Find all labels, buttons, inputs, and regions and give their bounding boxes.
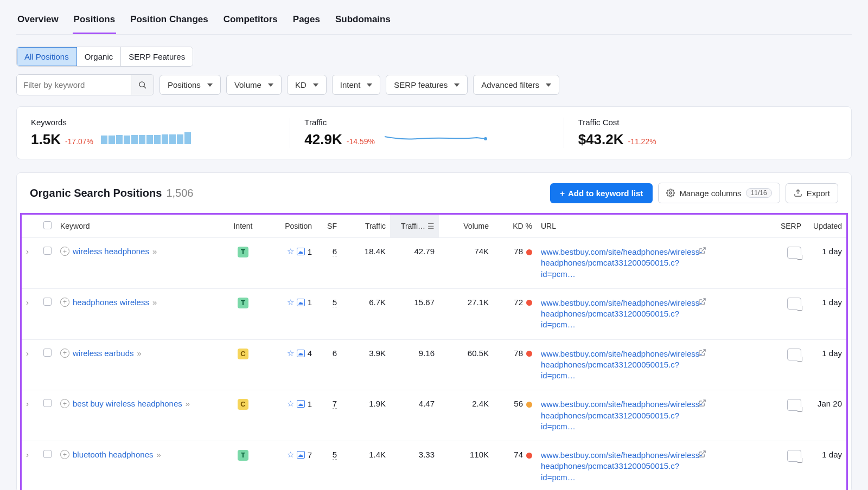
serp-snapshot-button[interactable]	[787, 298, 801, 310]
keyword-link[interactable]: best buy wireless headphones	[73, 399, 182, 408]
expand-row-icon[interactable]	[26, 298, 29, 307]
export-button[interactable]: Export	[786, 183, 838, 203]
tab-overview[interactable]: Overview	[16, 9, 60, 34]
serp-snapshot-button[interactable]	[787, 399, 801, 411]
sf-value[interactable]: 7	[333, 399, 337, 409]
tab-position-changes[interactable]: Position Changes	[129, 9, 209, 34]
header-updated[interactable]: Updated	[806, 215, 846, 238]
tab-positions[interactable]: Positions	[73, 9, 117, 34]
row-checkbox[interactable]	[43, 399, 52, 407]
filter-positions[interactable]: Positions	[159, 75, 221, 95]
chevron-right-icon: »	[137, 349, 142, 358]
select-all-checkbox[interactable]	[43, 221, 52, 229]
intent-badge: T	[238, 247, 248, 257]
metric-traffic-cost-delta: -11.22%	[628, 137, 656, 146]
kd-dot-icon	[526, 453, 532, 459]
keyword-link[interactable]: wireless earbuds	[73, 349, 134, 358]
expand-row-icon[interactable]	[26, 450, 29, 459]
traffic-value: 6.7K	[341, 288, 390, 339]
filter-kd[interactable]: KD	[287, 75, 327, 95]
toggle-serp-features[interactable]: SERP Features	[121, 47, 193, 66]
metric-traffic-cost-value: $43.2K	[578, 131, 624, 148]
expand-row-icon[interactable]	[26, 399, 29, 408]
position-value: 7	[308, 450, 312, 460]
position-value: 4	[308, 349, 312, 358]
keyword-link[interactable]: wireless headphones	[73, 247, 149, 256]
header-keyword[interactable]: Keyword	[56, 215, 224, 238]
sf-value[interactable]: 5	[333, 298, 337, 307]
add-keyword-icon[interactable]: +	[60, 349, 69, 358]
table-card: Organic Search Positions 1,506 + Add to …	[16, 172, 852, 490]
toggle-organic[interactable]: Organic	[77, 47, 122, 66]
svg-line-1	[144, 86, 146, 88]
add-keyword-icon[interactable]: +	[60, 399, 69, 408]
url-link[interactable]: www.bestbuy.com/site/headphones/wireless…	[541, 247, 676, 280]
manage-columns-button[interactable]: Manage columns 11/16	[658, 183, 780, 203]
row-checkbox[interactable]	[43, 298, 52, 306]
keyword-link[interactable]: headphones wireless	[73, 298, 149, 307]
header-intent[interactable]: Intent	[224, 215, 262, 238]
star-icon: ☆	[287, 247, 294, 256]
gear-icon	[666, 189, 675, 197]
header-serp[interactable]: SERP	[773, 215, 806, 238]
row-checkbox[interactable]	[43, 450, 52, 458]
kd-dot-icon	[526, 300, 532, 306]
filter-volume[interactable]: Volume	[226, 75, 282, 95]
tab-competitors[interactable]: Competitors	[222, 9, 279, 34]
header-url[interactable]: URL	[537, 215, 694, 238]
search-button[interactable]	[131, 75, 154, 95]
header-traffic-pct[interactable]: Traffi…☰	[390, 215, 439, 238]
updated-value: Jan 20	[806, 390, 846, 441]
header-volume[interactable]: Volume	[439, 215, 493, 238]
position-value: 1	[308, 399, 312, 409]
url-link[interactable]: www.bestbuy.com/site/headphones/wireless…	[541, 450, 676, 483]
header-kd[interactable]: KD %	[493, 215, 537, 238]
expand-row-icon[interactable]	[26, 349, 29, 358]
updated-value: 1 day	[806, 339, 846, 390]
keyword-link[interactable]: bluetooth headphones	[73, 450, 153, 459]
add-to-keyword-list-button[interactable]: + Add to keyword list	[550, 183, 653, 203]
filter-serp-features[interactable]: SERP features	[386, 75, 468, 95]
add-keyword-icon[interactable]: +	[60, 247, 69, 256]
metric-traffic-delta: -14.59%	[347, 137, 375, 146]
header-position[interactable]: Position	[262, 215, 316, 238]
header-sf[interactable]: SF	[316, 215, 341, 238]
tab-pages[interactable]: Pages	[292, 9, 321, 34]
sf-value[interactable]: 6	[333, 349, 337, 358]
url-link[interactable]: www.bestbuy.com/site/headphones/wireless…	[541, 349, 676, 382]
external-link-icon[interactable]	[698, 399, 706, 407]
add-keyword-icon[interactable]: +	[60, 450, 69, 459]
toggle-all-positions[interactable]: All Positions	[17, 47, 77, 66]
traffic-spark-chart	[385, 131, 488, 144]
volume-value: 60.5K	[439, 339, 493, 390]
serp-snapshot-button[interactable]	[787, 349, 801, 360]
sf-value[interactable]: 6	[333, 247, 337, 256]
sf-value[interactable]: 5	[333, 450, 337, 460]
table-row: +wireless earbuds» C ☆4 6 3.9K 9.16 60.5…	[22, 339, 846, 390]
row-checkbox[interactable]	[43, 247, 52, 255]
expand-row-icon[interactable]	[26, 247, 29, 256]
intent-badge: T	[238, 298, 248, 308]
filter-intent[interactable]: Intent	[332, 75, 381, 95]
filter-advanced[interactable]: Advanced filters	[473, 75, 559, 95]
filter-row: Positions Volume KD Intent SERP features…	[16, 74, 852, 95]
external-link-icon[interactable]	[698, 349, 706, 357]
url-link[interactable]: www.bestbuy.com/site/headphones/wireless…	[541, 298, 676, 331]
filter-keyword-input[interactable]	[17, 75, 131, 95]
external-link-icon[interactable]	[698, 298, 706, 306]
url-link[interactable]: www.bestbuy.com/site/headphones/wireless…	[541, 399, 676, 432]
serp-snapshot-button[interactable]	[787, 450, 801, 462]
external-link-icon[interactable]	[698, 450, 706, 458]
metric-traffic-label: Traffic	[304, 118, 552, 127]
serp-snapshot-button[interactable]	[787, 247, 801, 259]
chevron-right-icon: »	[186, 399, 190, 408]
row-checkbox[interactable]	[43, 349, 52, 357]
svg-point-2	[484, 137, 487, 140]
table-actions: + Add to keyword list Manage columns 11/…	[550, 183, 838, 203]
add-keyword-icon[interactable]: +	[60, 298, 69, 307]
kd-value: 74	[514, 450, 523, 459]
kd-dot-icon	[526, 249, 532, 255]
header-traffic[interactable]: Traffic	[341, 215, 390, 238]
external-link-icon[interactable]	[698, 247, 706, 255]
tab-subdomains[interactable]: Subdomains	[334, 9, 392, 34]
